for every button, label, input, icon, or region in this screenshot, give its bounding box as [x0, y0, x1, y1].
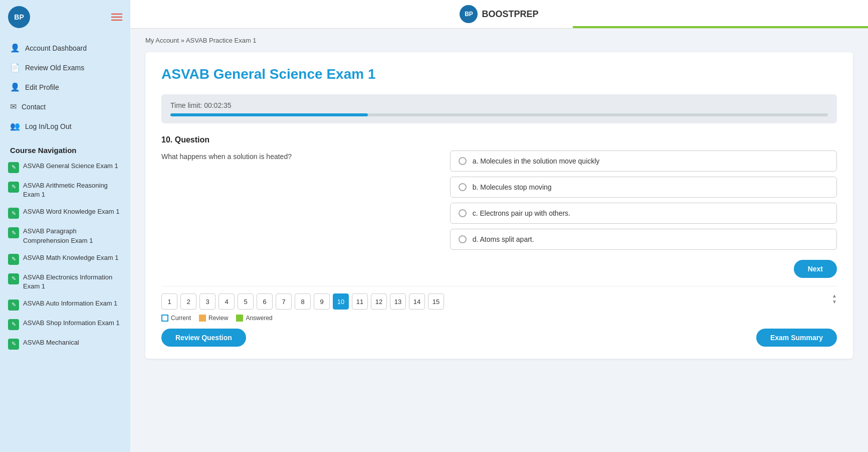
course-icon: ✎ — [8, 254, 19, 265]
exam-summary-button[interactable]: Exam Summary — [756, 329, 837, 347]
question-layout: What happens when a solution is heated? … — [161, 150, 837, 250]
sidebar-item-contact[interactable]: ✉ Contact — [0, 97, 130, 116]
page-content: My Account » ASVAB Practice Exam 1 ASVAB… — [130, 29, 868, 452]
pagination-area: 123456789101112131415 ▲ ▼ — [161, 286, 837, 310]
course-icon: ✎ — [8, 299, 19, 311]
next-button-row: Next — [161, 260, 837, 278]
course-item-3[interactable]: ✎ ASVAB Word Knowledge Exam 1 — [0, 203, 130, 223]
option-a-text: a. Molecules in the solution move quickl… — [473, 157, 600, 165]
review-icon: 📄 — [10, 63, 20, 72]
boostprep-logo: BP BOOSTPREP — [460, 5, 538, 23]
timer-label: Time limit: 00:02:35 — [170, 101, 828, 109]
sidebar-item-label: Edit Profile — [25, 83, 59, 91]
bottom-actions: Review Question Exam Summary — [161, 329, 837, 347]
option-c[interactable]: c. Electrons pair up with others. — [450, 203, 837, 224]
page-number-3[interactable]: 3 — [199, 293, 215, 310]
radio-d[interactable] — [459, 235, 467, 243]
course-icon: ✎ — [8, 182, 19, 193]
legend-review: Review — [199, 315, 228, 322]
course-item-4[interactable]: ✎ ASVAB Paragraph Comprehension Exam 1 — [0, 223, 130, 249]
page-number-10[interactable]: 10 — [333, 293, 349, 310]
sidebar-item-login-logout[interactable]: 👥 Log In/Log Out — [0, 116, 130, 136]
scroll-up-arrow[interactable]: ▲ — [832, 293, 837, 298]
radio-a[interactable] — [459, 157, 467, 165]
course-icon: ✎ — [8, 162, 19, 173]
question-number: 10. Question — [161, 135, 837, 144]
login-icon: 👥 — [10, 121, 20, 131]
hamburger-menu[interactable] — [111, 14, 122, 21]
option-d[interactable]: d. Atoms split apart. — [450, 229, 837, 250]
legend-answered-box — [236, 315, 243, 322]
course-item-1[interactable]: ✎ ASVAB General Science Exam 1 — [0, 158, 130, 177]
page-number-6[interactable]: 6 — [257, 293, 273, 310]
question-text: What happens when a solution is heated? — [161, 150, 438, 250]
page-number-1[interactable]: 1 — [161, 293, 177, 310]
option-c-text: c. Electrons pair up with others. — [473, 209, 570, 217]
legend-answered-label: Answered — [246, 315, 272, 322]
course-icon: ✎ — [8, 339, 19, 350]
question-section: 10. Question What happens when a solutio… — [161, 135, 837, 250]
course-item-5[interactable]: ✎ ASVAB Math Knowledge Exam 1 — [0, 249, 130, 269]
page-number-5[interactable]: 5 — [238, 293, 254, 310]
brand-name: BOOSTPREP — [482, 9, 538, 20]
sidebar-item-label: Review Old Exams — [25, 64, 84, 72]
next-button[interactable]: Next — [794, 260, 837, 278]
page-number-2[interactable]: 2 — [180, 293, 196, 310]
option-a[interactable]: a. Molecules in the solution move quickl… — [450, 150, 837, 172]
exam-card: ASVAB General Science Exam 1 Time limit:… — [145, 52, 853, 359]
review-question-button[interactable]: Review Question — [161, 329, 246, 347]
page-number-11[interactable]: 11 — [352, 293, 368, 310]
timer-progress-fill — [170, 113, 368, 116]
sidebar-item-label: Contact — [22, 103, 46, 111]
page-number-7[interactable]: 7 — [276, 293, 292, 310]
course-item-9[interactable]: ✎ ASVAB Mechanical — [0, 334, 130, 354]
page-number-12[interactable]: 12 — [371, 293, 387, 310]
course-item-2[interactable]: ✎ ASVAB Arithmetic Reasoning Exam 1 — [0, 177, 130, 203]
scroll-arrows[interactable]: ▲ ▼ — [832, 293, 837, 305]
page-number-9[interactable]: 9 — [314, 293, 330, 310]
page-number-15[interactable]: 15 — [428, 293, 444, 310]
scroll-down-arrow[interactable]: ▼ — [832, 299, 837, 305]
sidebar-logo: BP — [8, 6, 30, 28]
legend-review-label: Review — [208, 315, 228, 322]
radio-c[interactable] — [459, 209, 467, 217]
timer-box: Time limit: 00:02:35 — [161, 94, 837, 123]
option-b[interactable]: b. Molecules stop moving — [450, 177, 837, 198]
page-number-4[interactable]: 4 — [219, 293, 235, 310]
sidebar-item-account-dashboard[interactable]: 👤 Account Dashboard — [0, 38, 130, 58]
course-icon: ✎ — [8, 208, 19, 219]
breadcrumb[interactable]: My Account » ASVAB Practice Exam 1 — [145, 37, 853, 44]
page-number-8[interactable]: 8 — [295, 293, 311, 310]
contact-icon: ✉ — [10, 102, 17, 111]
sidebar-item-label: Log In/Log Out — [25, 122, 72, 130]
page-numbers: 123456789101112131415 — [161, 293, 837, 310]
sidebar-item-edit-profile[interactable]: 👤 Edit Profile — [0, 77, 130, 97]
sidebar-header: BP — [0, 0, 130, 34]
option-d-text: d. Atoms split apart. — [473, 235, 534, 243]
course-icon: ✎ — [8, 273, 19, 284]
bp-logo-icon: BP — [460, 5, 478, 23]
course-item-8[interactable]: ✎ ASVAB Shop Information Exam 1 — [0, 315, 130, 334]
page-number-13[interactable]: 13 — [390, 293, 406, 310]
main-content: BP BOOSTPREP My Account » ASVAB Practice… — [130, 0, 868, 452]
course-item-6[interactable]: ✎ ASVAB Electronics Information Exam 1 — [0, 269, 130, 295]
radio-b[interactable] — [459, 183, 467, 191]
course-icon: ✎ — [8, 319, 19, 330]
topbar: BP BOOSTPREP — [130, 0, 868, 29]
course-navigation-title: Course Navigation — [0, 140, 130, 158]
legend-review-box — [199, 315, 206, 322]
sidebar: BP 👤 Account Dashboard 📄 Review Old Exam… — [0, 0, 130, 452]
legend-current-label: Current — [171, 315, 191, 322]
options-column: a. Molecules in the solution move quickl… — [450, 150, 837, 250]
top-progress-bar — [573, 26, 868, 28]
profile-icon: 👤 — [10, 82, 20, 92]
option-b-text: b. Molecules stop moving — [473, 183, 552, 191]
course-item-7[interactable]: ✎ ASVAB Auto Information Exam 1 — [0, 295, 130, 315]
account-icon: 👤 — [10, 43, 20, 53]
sidebar-navigation: 👤 Account Dashboard 📄 Review Old Exams 👤… — [0, 34, 130, 140]
sidebar-item-review-old-exams[interactable]: 📄 Review Old Exams — [0, 58, 130, 77]
timer-progress-background — [170, 113, 828, 116]
sidebar-item-label: Account Dashboard — [25, 44, 87, 52]
legend-row: Current Review Answered — [161, 315, 837, 322]
page-number-14[interactable]: 14 — [409, 293, 425, 310]
